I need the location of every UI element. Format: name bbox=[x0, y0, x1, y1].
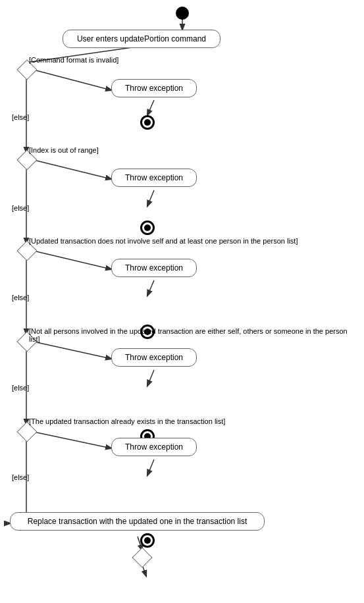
start-node bbox=[176, 7, 189, 20]
svg-line-9 bbox=[34, 251, 111, 269]
guard-1: [Command format is invalid] bbox=[29, 56, 118, 64]
guard-else-5: [else] bbox=[12, 473, 29, 481]
throw-exception-4: Throw exception bbox=[111, 348, 197, 367]
guard-5: [The updated transaction already exists … bbox=[29, 417, 225, 425]
decision-1 bbox=[20, 63, 34, 77]
guard-3: [Updated transaction does not involve se… bbox=[29, 237, 298, 245]
svg-line-10 bbox=[147, 280, 154, 296]
decision-2 bbox=[20, 153, 34, 167]
svg-line-13 bbox=[147, 370, 154, 386]
decision-3 bbox=[20, 244, 34, 258]
final-decision bbox=[135, 550, 149, 565]
svg-line-16 bbox=[147, 459, 154, 475]
throw-exception-2: Throw exception bbox=[111, 169, 197, 187]
throw-exception-5: Throw exception bbox=[111, 438, 197, 456]
svg-line-12 bbox=[34, 342, 111, 359]
replace-transaction: Replace transaction with the updated one… bbox=[10, 512, 265, 531]
guard-4: [Not all persons involved in the updated… bbox=[29, 327, 351, 343]
throw-exception-1: Throw exception bbox=[111, 79, 197, 97]
activity-diagram: User enters updatePortion command [Comma… bbox=[0, 0, 364, 603]
end-node-5 bbox=[140, 533, 155, 548]
guard-else-4: [else] bbox=[12, 384, 29, 392]
guard-else-2: [else] bbox=[12, 204, 29, 212]
guard-else-3: [else] bbox=[12, 294, 29, 302]
throw-exception-3: Throw exception bbox=[111, 259, 197, 277]
svg-line-7 bbox=[147, 190, 154, 206]
user-enters-command: User enters updatePortion command bbox=[63, 30, 221, 48]
end-node-2 bbox=[140, 221, 155, 235]
guard-else-1: [else] bbox=[12, 113, 29, 121]
svg-line-4 bbox=[147, 100, 154, 115]
guard-2: [Index is out of range] bbox=[29, 146, 99, 154]
svg-line-3 bbox=[34, 70, 111, 90]
decision-5 bbox=[20, 425, 34, 439]
svg-line-15 bbox=[34, 432, 111, 448]
svg-line-6 bbox=[34, 160, 111, 179]
end-node-1 bbox=[140, 115, 155, 130]
